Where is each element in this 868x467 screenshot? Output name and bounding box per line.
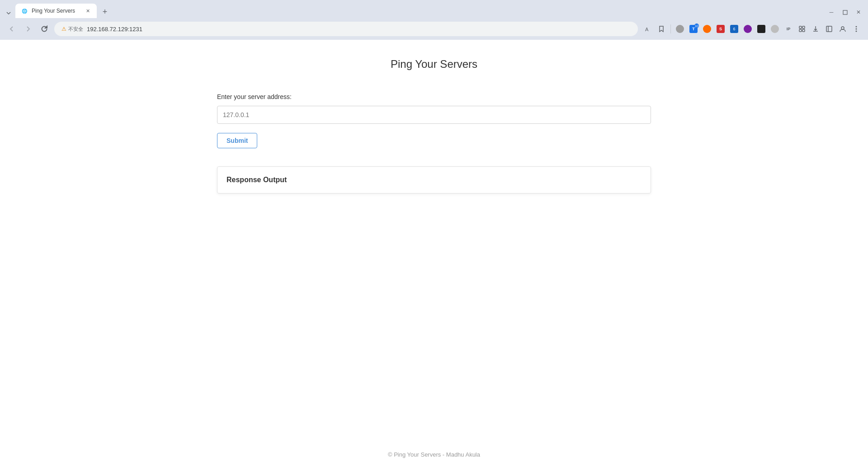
address-bar-row: ⚠ 不安全 192.168.72.129:1231 A [0, 18, 868, 40]
response-output-box: Response Output [217, 166, 651, 193]
page-title: Ping Your Servers [391, 58, 477, 71]
back-button[interactable] [5, 23, 18, 35]
ext-red-icon[interactable]: S [714, 23, 727, 35]
ext-blue-icon[interactable]: T 10 [687, 23, 700, 35]
download-button[interactable] [809, 23, 822, 35]
ext-blue2-icon[interactable]: 6 [728, 23, 741, 35]
minimize-button[interactable]: ─ [826, 6, 837, 18]
footer-author-link[interactable]: Madhu Akula [446, 451, 480, 458]
browser-chrome: 🌐 Ping Your Servers ✕ + ─ ✕ [0, 0, 868, 40]
active-tab[interactable]: 🌐 Ping Your Servers ✕ [15, 4, 97, 18]
tabs-container: 🌐 Ping Your Servers ✕ + [14, 4, 826, 18]
address-text: 192.168.72.129:1231 [87, 26, 631, 33]
security-warning: ⚠ 不安全 [61, 26, 83, 33]
refresh-button[interactable] [38, 23, 51, 35]
address-bar[interactable]: ⚠ 不安全 192.168.72.129:1231 [54, 22, 638, 36]
svg-rect-2 [799, 26, 802, 28]
badge: 10 [694, 24, 699, 28]
warning-icon: ⚠ [61, 26, 66, 32]
response-output-title: Response Output [226, 176, 642, 184]
tab-bar-right: ─ ✕ [826, 6, 868, 18]
svg-rect-3 [802, 26, 805, 28]
tab-bar-left [0, 8, 14, 18]
ext-orange-icon[interactable] [701, 23, 713, 35]
tab-title: Ping Your Servers [32, 8, 80, 14]
footer-text: © Ping Your Servers - [388, 451, 444, 458]
form-container: Enter your server address: Submit Respon… [217, 93, 651, 193]
svg-point-10 [856, 28, 857, 30]
ext-ip-icon[interactable]: IP [782, 23, 795, 35]
ext-black-icon[interactable] [755, 23, 768, 35]
svg-rect-5 [802, 29, 805, 32]
ext-puzzle-icon[interactable] [796, 23, 808, 35]
forward-button[interactable] [22, 23, 34, 35]
translate-button[interactable]: A [642, 23, 654, 35]
tab-close-button[interactable]: ✕ [84, 7, 91, 14]
sidebar-button[interactable] [823, 23, 835, 35]
server-address-label: Enter your server address: [217, 93, 651, 100]
menu-button[interactable] [850, 23, 863, 35]
svg-point-9 [856, 26, 857, 28]
tab-bar: 🌐 Ping Your Servers ✕ + ─ ✕ [0, 0, 868, 18]
close-button[interactable]: ✕ [853, 6, 864, 18]
toolbar-divider [670, 24, 671, 33]
tab-favicon: 🌐 [21, 7, 28, 14]
page-content: Ping Your Servers Enter your server addr… [0, 40, 868, 442]
svg-point-11 [856, 31, 857, 32]
svg-rect-0 [843, 10, 847, 14]
svg-rect-6 [826, 26, 832, 32]
restore-button[interactable] [839, 6, 851, 18]
svg-rect-4 [799, 29, 802, 32]
ext-gray2-icon[interactable] [769, 23, 781, 35]
svg-text:A: A [645, 27, 649, 32]
submit-button[interactable]: Submit [217, 133, 257, 148]
security-label: 不安全 [68, 26, 83, 33]
profile-button[interactable] [836, 23, 849, 35]
svg-point-8 [841, 27, 844, 29]
toolbar-right: A T 10 S 6 [642, 23, 863, 35]
page-footer: © Ping Your Servers - Madhu Akula [0, 442, 868, 467]
ext-circle-icon[interactable] [674, 23, 686, 35]
tab-dropdown-button[interactable] [4, 8, 14, 18]
ext-purple-icon[interactable] [741, 23, 754, 35]
new-tab-button[interactable]: + [99, 5, 111, 18]
server-address-input[interactable] [217, 106, 651, 124]
bookmark-button[interactable] [655, 23, 668, 35]
